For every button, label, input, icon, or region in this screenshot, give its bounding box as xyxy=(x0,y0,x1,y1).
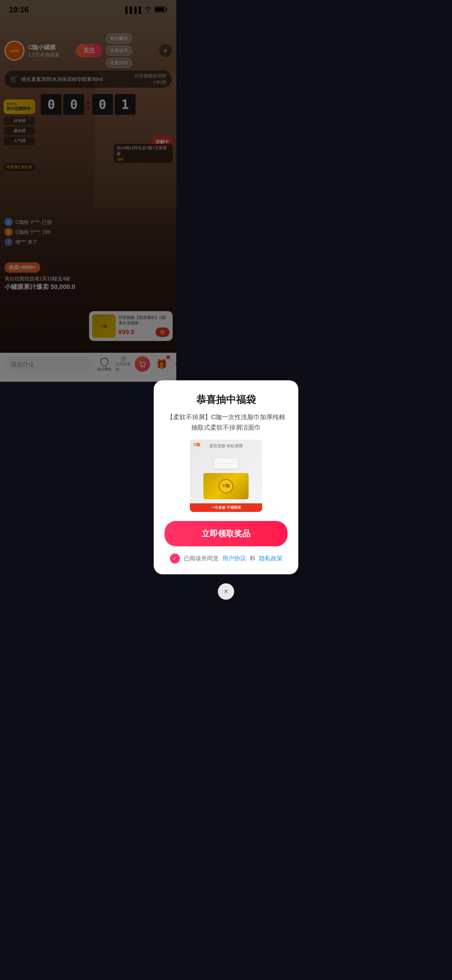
modal-container: 恭喜抽中福袋 【柔软不掉屑】C咖一次性洗脸巾加厚纯棉抽取式柔软不掉屑洁面巾 柔软… xyxy=(154,380,176,382)
svg-rect-1 xyxy=(155,7,165,11)
wifi-icon xyxy=(144,6,152,14)
status-bar: 19:16 ▐▐▐▐ xyxy=(0,0,176,17)
status-time: 19:16 xyxy=(9,5,28,14)
battery-icon xyxy=(155,6,167,14)
svg-rect-2 xyxy=(166,8,167,11)
modal-backdrop: 恭喜抽中福袋 【柔软不掉屑】C咖一次性洗脸巾加厚纯棉抽取式柔软不掉屑洁面巾 柔软… xyxy=(0,0,176,382)
signal-icon: ▐▐▐▐ xyxy=(123,6,141,14)
status-icons: ▐▐▐▐ xyxy=(123,6,167,14)
